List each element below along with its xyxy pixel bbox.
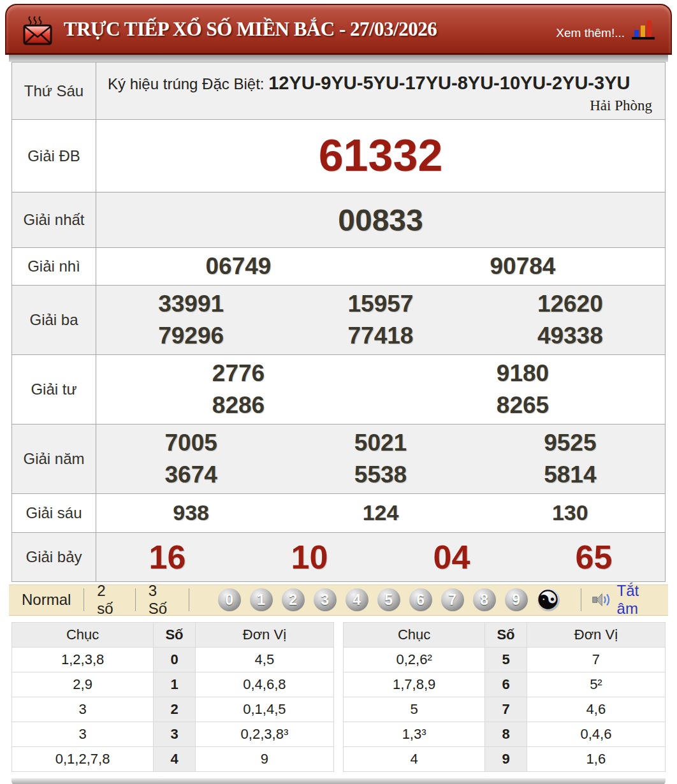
prize-number: 8265 xyxy=(381,389,665,421)
special-sign-cell: Ký hiệu trúng Đặc Biệt: 12YU-9YU-5YU-17Y… xyxy=(96,62,665,119)
stats-header-row: Chục Số Đơn Vị xyxy=(344,622,666,647)
stats-row: 3 2 0,1,4,5 xyxy=(12,697,334,722)
digit-ball-group: 0 1 2 3 4 5 6 7 8 9 ☯ xyxy=(214,588,564,611)
prize-number: 04 xyxy=(381,538,523,576)
stats-cell-chuc: 1,7,8,9 xyxy=(344,672,485,697)
prize-number: 16 xyxy=(96,538,238,576)
prize-number: 65 xyxy=(523,538,665,576)
mute-button[interactable]: Tắt âm xyxy=(592,582,658,618)
prize-number: 7005 xyxy=(96,427,286,459)
ball-3[interactable]: 3 xyxy=(314,588,337,611)
prize-label: Giải nhất xyxy=(12,192,96,247)
prize-row-special: Giải ĐB 61332 xyxy=(12,120,665,192)
prize-row-second: Giải nhì 06749 90784 xyxy=(12,248,665,286)
stats-cell-so: 1 xyxy=(154,672,196,697)
stats-cell-so: 2 xyxy=(154,697,196,722)
prize-number: 938 xyxy=(96,500,286,525)
prize-row-seventh: Giải bảy 16 10 04 65 xyxy=(12,533,665,582)
stats-cell-donvi: 1,6 xyxy=(527,746,665,771)
stats-header-row: Chục Số Đơn Vị xyxy=(12,622,334,647)
prize-number: 90784 xyxy=(381,253,665,280)
stats-cell-so: 5 xyxy=(485,647,527,672)
ball-8[interactable]: 8 xyxy=(473,588,496,611)
ball-9[interactable]: 9 xyxy=(505,588,528,611)
stats-header-donvi: Đơn Vị xyxy=(195,622,333,647)
stats-cell-donvi: 0,4,6 xyxy=(527,722,665,746)
ball-7[interactable]: 7 xyxy=(441,588,464,611)
ball-4[interactable]: 4 xyxy=(346,588,368,611)
stats-cell-chuc: 0,1,2,7,8 xyxy=(12,746,154,771)
prize-number: 12620 xyxy=(476,288,665,320)
stats-cell-so: 0 xyxy=(154,647,196,672)
ball-1[interactable]: 1 xyxy=(250,588,273,611)
ball-5[interactable]: 5 xyxy=(377,588,400,611)
prize-number: 2776 xyxy=(96,358,381,389)
stats-cell-donvi: 0,4,6,8 xyxy=(195,672,333,697)
stats-cell-chuc: 3 xyxy=(12,722,154,746)
prize-row-third: Giải ba 33991 15957 12620 79296 77418 49… xyxy=(12,286,665,355)
prize-number: 15957 xyxy=(286,288,475,320)
prize-label: Giải sáu xyxy=(12,494,96,532)
stats-cell-chuc: 5 xyxy=(344,697,485,722)
stats-row: 1,7,8,9 6 5² xyxy=(344,672,666,697)
prize-number: 5021 xyxy=(286,427,475,459)
stats-cell-chuc: 4 xyxy=(344,746,485,771)
page-title: TRỰC TIẾP XỔ SỐ MIỀN BẮC - 27/03/2026 xyxy=(64,18,437,41)
toolbar-divider xyxy=(135,588,136,611)
prize-row-fourth: Giải tư 2776 9180 8286 8265 xyxy=(12,355,665,425)
ball-6[interactable]: 6 xyxy=(409,588,432,611)
stats-cell-chuc: 1,2,3,8 xyxy=(12,647,154,672)
stats-cell-so: 6 xyxy=(485,672,527,697)
digit-stats-section: Chục Số Đơn Vị 1,2,3,8 0 4,5 2,9 1 0,4,6… xyxy=(11,622,666,772)
stats-row: 4 9 1,6 xyxy=(344,746,666,771)
stats-row: 0,2,6² 5 7 xyxy=(344,647,666,672)
mode-2so-button[interactable]: 2 số xyxy=(94,582,125,618)
stats-row: 5 7 4,6 xyxy=(344,697,666,722)
stats-cell-so: 4 xyxy=(154,746,196,771)
draw-day: Thứ Sáu xyxy=(12,62,96,119)
mute-label: Tắt âm xyxy=(617,582,658,618)
stats-cell-so: 3 xyxy=(154,722,196,746)
stats-cell-donvi: 4,6 xyxy=(527,697,665,722)
ball-0[interactable]: 0 xyxy=(218,588,241,611)
stats-cell-donvi: 9 xyxy=(195,746,333,771)
stats-table-right: Chục Số Đơn Vị 0,2,6² 5 7 1,7,8,9 6 5² 5… xyxy=(343,622,666,772)
prize-row-sixth: Giải sáu 938 124 130 xyxy=(12,494,665,533)
stats-row: 1,3³ 8 0,4,6 xyxy=(344,722,666,746)
stats-row: 0,1,2,7,8 4 9 xyxy=(12,746,334,771)
prize-number: 9180 xyxy=(381,358,665,389)
province-name: Hải Phòng xyxy=(590,98,652,114)
stats-row: 1,2,3,8 0 4,5 xyxy=(12,647,334,672)
prize-label: Giải năm xyxy=(12,425,96,493)
see-more-link[interactable]: Xem thêm!... xyxy=(556,18,655,40)
ball-2[interactable]: 2 xyxy=(282,588,305,611)
mode-3so-button[interactable]: 3 Số xyxy=(146,582,178,618)
stats-cell-chuc: 1,3³ xyxy=(344,722,485,746)
prize-number: 9525 xyxy=(476,427,665,459)
stats-cell-donvi: 4,5 xyxy=(195,647,333,672)
speaker-icon xyxy=(592,590,611,610)
prize-number: 5538 xyxy=(286,459,475,491)
prize-number: 33991 xyxy=(96,288,286,320)
stats-header-so: Số xyxy=(154,622,196,647)
bar-chart-icon xyxy=(631,18,655,40)
special-sign-value: 12YU-9YU-5YU-17YU-8YU-10YU-2YU-3YU xyxy=(268,73,630,93)
prize-label: Giải ĐB xyxy=(12,120,96,192)
stats-cell-so: 7 xyxy=(485,697,527,722)
yinyang-icon[interactable]: ☯ xyxy=(537,588,560,611)
mode-normal-button[interactable]: Normal xyxy=(19,591,73,609)
stats-cell-donvi: 0,2,3,8³ xyxy=(195,722,333,746)
prize-number: 79296 xyxy=(96,320,286,352)
stats-cell-so: 9 xyxy=(485,746,527,771)
prize-number: 130 xyxy=(476,500,665,525)
stats-table-left: Chục Số Đơn Vị 1,2,3,8 0 4,5 2,9 1 0,4,6… xyxy=(11,622,334,772)
prize-number: 5814 xyxy=(476,459,665,491)
stats-cell-chuc: 3 xyxy=(12,697,154,722)
prize-number: 00833 xyxy=(96,203,665,238)
header-bar: TRỰC TIẾP XỔ SỐ MIỀN BẮC - 27/03/2026 Xe… xyxy=(5,4,672,55)
prize-row-fifth: Giải năm 7005 5021 9525 3674 5538 5814 xyxy=(12,425,665,494)
stats-header-donvi: Đơn Vị xyxy=(527,622,665,647)
prize-number: 49338 xyxy=(476,320,665,352)
envelope-icon xyxy=(22,13,54,46)
header-shadow-strip xyxy=(9,55,668,62)
